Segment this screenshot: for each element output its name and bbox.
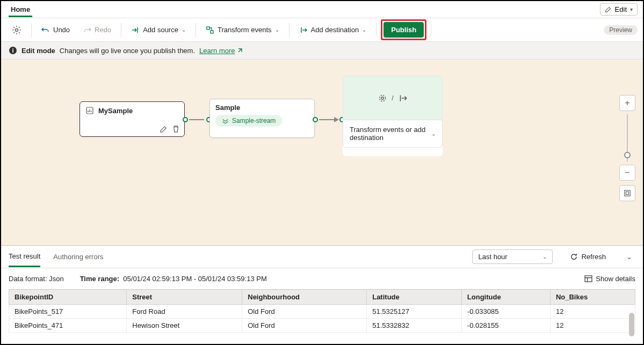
svg-rect-1: [207, 27, 209, 30]
zoom-slider[interactable]: [627, 114, 628, 162]
zoom-in-button[interactable]: +: [619, 95, 635, 111]
data-format-value: Json: [49, 275, 63, 283]
add-source-button[interactable]: Add source ⌄: [126, 23, 191, 38]
separator: [376, 23, 377, 37]
settings-button[interactable]: [6, 22, 27, 38]
time-range-label: Time range:: [80, 275, 119, 283]
cell: 12: [550, 305, 635, 319]
separator: [31, 23, 32, 37]
time-select-value: Last hour: [478, 253, 507, 261]
tab-home[interactable]: Home: [9, 2, 32, 17]
bottom-panel: Test result Authoring errors Last hour ⌄…: [1, 245, 643, 333]
col-latitude[interactable]: Latitude: [367, 290, 462, 305]
redo-label: Redo: [95, 26, 111, 34]
add-source-label: Add source: [143, 26, 178, 34]
trash-icon[interactable]: [172, 125, 180, 133]
chevron-down-icon[interactable]: ⌄: [623, 253, 635, 261]
refresh-button[interactable]: Refresh: [566, 250, 610, 263]
sample-stream-pill[interactable]: Sample-stream: [215, 115, 282, 127]
transform-events-button[interactable]: Transform events ⌄: [200, 23, 285, 38]
edit-button[interactable]: Edit ▾: [600, 3, 638, 16]
gear-icon: [12, 25, 21, 35]
node-source[interactable]: MySample: [79, 101, 185, 137]
port-out[interactable]: [183, 117, 188, 122]
cell: -0.033085: [461, 305, 550, 319]
chevron-down-icon[interactable]: ⌄: [431, 131, 436, 137]
chevron-down-icon: ⌄: [275, 27, 279, 33]
edge: [319, 119, 334, 120]
col-street[interactable]: Street: [127, 290, 242, 305]
port-out[interactable]: [313, 117, 318, 122]
results-table: BikepointID Street Neighbourhood Latitud…: [9, 289, 635, 333]
publish-button[interactable]: Publish: [383, 22, 424, 38]
svg-rect-8: [625, 190, 631, 196]
transform-icon: [206, 26, 214, 34]
cell: -0.028155: [461, 319, 550, 333]
cell: BikePoints_471: [9, 319, 127, 333]
svg-rect-9: [626, 192, 628, 194]
stream-icon: [222, 118, 229, 124]
exit-icon: [398, 93, 408, 103]
col-longitude[interactable]: Longitude: [461, 290, 550, 305]
svg-point-7: [381, 97, 384, 99]
table-row[interactable]: BikePoints_471 Hewison Street Old Ford 5…: [9, 319, 635, 333]
redo-icon: [83, 26, 91, 34]
sample-title: Sample: [215, 104, 309, 112]
data-format-label: Data format:: [9, 275, 47, 283]
add-destination-label: Add destination: [311, 26, 359, 34]
cell: 51.5325127: [367, 305, 462, 319]
preview-badge: Preview: [604, 25, 638, 35]
edge: [189, 119, 204, 120]
chevron-down-icon: ⌄: [542, 254, 547, 260]
undo-button[interactable]: Undo: [36, 23, 75, 38]
cell: BikePoints_517: [9, 305, 127, 319]
slash: /: [392, 94, 394, 102]
cell: 12: [550, 319, 635, 333]
zoom-controls: + −: [619, 95, 635, 201]
show-details-button[interactable]: Show details: [584, 275, 635, 283]
learn-more-link[interactable]: Learn more: [199, 47, 243, 55]
dest-text: Transform events or add destination: [350, 126, 431, 142]
redo-button[interactable]: Redo: [77, 23, 117, 38]
add-destination-button[interactable]: Add destination ⌄: [294, 23, 372, 38]
arrow-icon: [334, 117, 339, 122]
tab-test-result[interactable]: Test result: [9, 247, 40, 267]
pencil-icon[interactable]: [160, 125, 168, 133]
time-range-value: 05/01/24 02:59:13 PM - 05/01/24 03:59:13…: [123, 275, 266, 283]
toolbar: Undo Redo Add source ⌄ Transform events …: [1, 18, 643, 42]
pencil-icon: [605, 6, 612, 13]
zoom-thumb[interactable]: [624, 152, 631, 158]
meta-row: Data format: Json Time range: 05/01/24 0…: [1, 268, 643, 289]
table-row[interactable]: BikePoints_517 Ford Road Old Ford 51.532…: [9, 305, 635, 319]
separator: [196, 23, 196, 37]
add-destination-icon: [299, 26, 308, 34]
svg-rect-10: [585, 276, 592, 282]
stream-label: Sample-stream: [232, 117, 276, 124]
canvas[interactable]: MySample Sample Sample-stream / Transfor…: [1, 60, 643, 245]
zoom-out-button[interactable]: −: [619, 165, 635, 181]
node-destination[interactable]: / Transform events or add destination ⌄: [343, 76, 443, 156]
top-header: Home Edit ▾: [1, 1, 643, 18]
chevron-down-icon: ⌄: [362, 27, 366, 33]
scrollbar[interactable]: [629, 313, 634, 336]
show-details-label: Show details: [596, 275, 635, 283]
col-nobikes[interactable]: No_Bikes: [550, 290, 635, 305]
col-neighbourhood[interactable]: Neighbourhood: [242, 290, 367, 305]
transform-label: Transform events: [218, 26, 272, 34]
time-range-select[interactable]: Last hour ⌄: [472, 249, 553, 264]
chevron-down-icon: ▾: [630, 6, 633, 12]
cell: Hewison Street: [127, 319, 242, 333]
fit-screen-button[interactable]: [619, 185, 635, 201]
table-header-row: BikepointID Street Neighbourhood Latitud…: [9, 290, 635, 305]
svg-point-0: [16, 28, 18, 31]
separator: [121, 23, 121, 37]
tab-authoring-errors[interactable]: Authoring errors: [53, 247, 103, 266]
col-bikepointid[interactable]: BikepointID: [9, 290, 127, 305]
bar-chart-icon: [85, 106, 94, 115]
svg-point-6: [380, 95, 386, 101]
node-sample[interactable]: Sample Sample-stream: [209, 99, 315, 138]
undo-icon: [41, 26, 50, 34]
chevron-down-icon: ⌄: [182, 27, 186, 33]
separator: [289, 23, 290, 37]
edit-label: Edit: [615, 5, 627, 13]
